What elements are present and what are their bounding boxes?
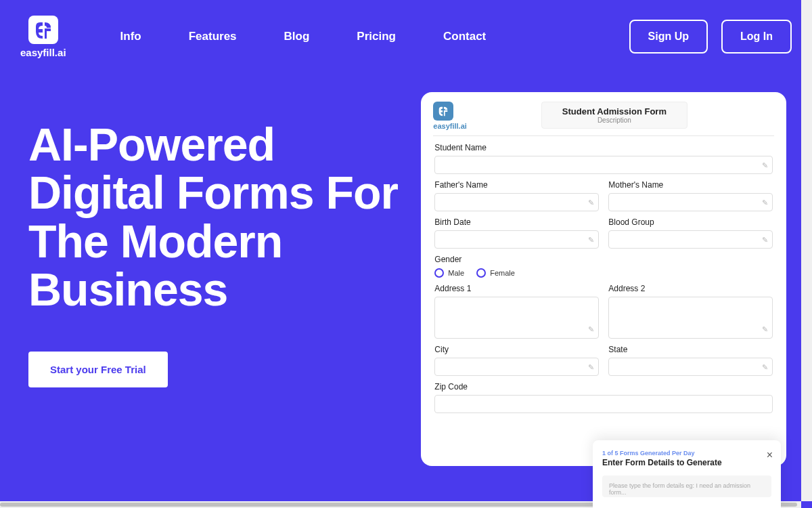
input-address2[interactable]: ✎	[608, 297, 773, 339]
form-title-block: Student Admission Form Description	[541, 102, 687, 129]
radio-female[interactable]: Female	[476, 268, 515, 278]
brand-logo-icon	[28, 16, 58, 44]
edit-icon: ✎	[762, 235, 768, 244]
radio-label-female: Female	[490, 269, 515, 277]
label-father-name: Father's Name	[434, 180, 599, 190]
radio-circle-icon	[476, 268, 486, 278]
nav-blog[interactable]: Blog	[284, 30, 310, 43]
main-content: AI-Powered Digital Forms For The Modern …	[0, 73, 812, 508]
input-city[interactable]: ✎	[434, 358, 599, 376]
input-birth-date[interactable]: ✎	[434, 230, 599, 249]
form-header: easyfill.ai Student Admission Form Descr…	[433, 102, 774, 136]
input-father-name[interactable]: ✎	[434, 193, 599, 211]
label-address1: Address 1	[434, 284, 599, 293]
form-preview-section: easyfill.ai Student Admission Form Descr…	[421, 73, 784, 508]
edit-icon: ✎	[588, 198, 594, 207]
form-brand-logo: easyfill.ai	[433, 102, 467, 130]
form-description: Description	[562, 117, 667, 124]
input-student-name[interactable]: ✎	[434, 156, 773, 174]
brand-logo[interactable]: easyfill.ai	[20, 16, 66, 58]
radio-label-male: Male	[448, 269, 464, 277]
label-student-name: Student Name	[434, 143, 773, 152]
label-gender: Gender	[434, 255, 773, 264]
input-mother-name[interactable]: ✎	[608, 193, 773, 211]
edit-icon: ✎	[588, 362, 594, 371]
chat-quota: 1 of 5 Forms Generated Per Day	[602, 450, 771, 457]
hero-title: AI-Powered Digital Forms For The Modern …	[28, 121, 421, 314]
label-birth-date: Birth Date	[434, 217, 599, 227]
input-zip[interactable]	[434, 395, 773, 413]
edit-icon: ✎	[588, 235, 594, 244]
ef-logo-icon	[33, 20, 53, 40]
vertical-scrollbar[interactable]	[801, 0, 812, 501]
start-trial-button[interactable]: Start your Free Trial	[28, 352, 168, 387]
nav-info[interactable]: Info	[120, 30, 141, 43]
edit-icon: ✎	[762, 362, 768, 371]
form-logo-icon	[433, 102, 453, 121]
radio-male[interactable]: Male	[434, 268, 464, 278]
radio-circle-icon	[434, 268, 444, 278]
hero-section: AI-Powered Digital Forms For The Modern …	[28, 73, 421, 508]
form-title: Student Admission Form	[562, 106, 667, 117]
nav-features[interactable]: Features	[189, 30, 237, 43]
label-mother-name: Mother's Name	[608, 180, 773, 190]
label-zip: Zip Code	[434, 382, 773, 391]
label-blood-group: Blood Group	[608, 217, 773, 227]
nav-contact[interactable]: Contact	[443, 30, 486, 43]
gender-radio-group: Male Female	[434, 268, 773, 278]
form-brand-name: easyfill.ai	[433, 122, 467, 130]
auth-buttons: Sign Up Log In	[629, 20, 792, 54]
chat-widget: 1 of 5 Forms Generated Per Day Enter For…	[593, 440, 781, 508]
input-state[interactable]: ✎	[608, 358, 773, 376]
login-button[interactable]: Log In	[721, 20, 792, 54]
form-preview-card: easyfill.ai Student Admission Form Descr…	[421, 92, 786, 466]
nav-pricing[interactable]: Pricing	[357, 30, 396, 43]
label-city: City	[434, 345, 599, 354]
header: easyfill.ai Info Features Blog Pricing C…	[0, 0, 812, 73]
edit-icon: ✎	[762, 325, 768, 334]
chat-title: Enter Form Details to Generate	[602, 458, 771, 467]
edit-icon: ✎	[588, 325, 594, 334]
edit-icon: ✎	[762, 198, 768, 207]
input-blood-group[interactable]: ✎	[608, 230, 773, 249]
chat-input[interactable]: Please type the form details eg: I need …	[602, 475, 771, 497]
edit-icon: ✎	[762, 161, 768, 169]
label-state: State	[608, 345, 773, 354]
close-icon[interactable]: ×	[767, 450, 773, 461]
signup-button[interactable]: Sign Up	[629, 20, 708, 54]
form-body: Student Name ✎ Father's Name ✎ Mother's …	[433, 143, 774, 413]
brand-name: easyfill.ai	[20, 47, 66, 58]
input-address1[interactable]: ✎	[434, 297, 599, 339]
main-nav: Info Features Blog Pricing Contact	[120, 30, 629, 43]
label-address2: Address 2	[608, 284, 773, 293]
